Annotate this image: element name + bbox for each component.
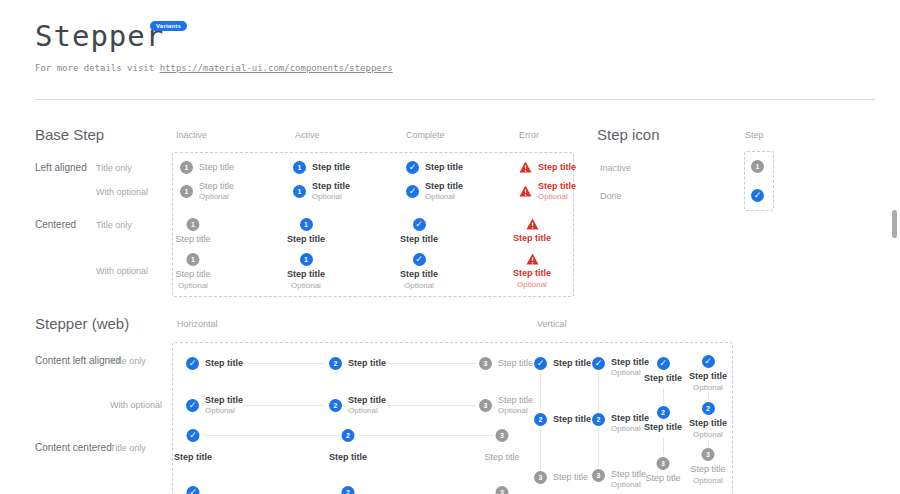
step-title: Step title: [174, 452, 212, 463]
step-icon-inactive: 1: [751, 160, 764, 173]
step-check-icon: ✓: [656, 357, 669, 370]
step-number-icon: 1: [187, 218, 200, 231]
step-title: Step title: [329, 452, 367, 463]
step-title: Step title: [312, 181, 350, 192]
step-title: Step title: [205, 395, 243, 406]
step-optional-label: Optional: [291, 281, 321, 291]
warning-icon: [525, 253, 538, 265]
step: 3: [496, 486, 509, 494]
step-title: Step title: [175, 269, 210, 280]
step: Step title: [519, 161, 576, 173]
step-number-icon: 2: [701, 402, 714, 415]
step-number-icon: 2: [342, 429, 355, 442]
step-connector: [540, 373, 541, 411]
step-title: Step title: [644, 373, 682, 384]
step-check-icon: ✓: [412, 253, 425, 266]
step-title: Step title: [199, 162, 234, 173]
step-title: Step title: [553, 358, 591, 369]
step-number-icon: 2: [329, 357, 342, 370]
step: Step title: [513, 218, 551, 244]
step: 3Step title: [479, 357, 533, 370]
step-connector: [388, 363, 476, 364]
step-number-icon: 2: [592, 413, 605, 426]
step-number-icon: 3: [702, 448, 715, 461]
step-number-icon: 3: [496, 429, 509, 442]
step: ✓Step titleOptional: [406, 181, 463, 202]
step-title: Step title: [498, 358, 533, 369]
step-number-icon: 3: [479, 357, 492, 370]
step: ✓Step title: [406, 161, 463, 174]
step-title: Step title: [689, 371, 727, 382]
step-number-icon: 2: [329, 399, 342, 412]
step-title: Step title: [348, 358, 386, 369]
step-number-icon: 3: [657, 457, 670, 470]
step-number-icon: 2: [656, 406, 669, 419]
step-title: Step title: [644, 422, 682, 433]
step: 2: [342, 429, 355, 442]
step: ✓Step titleOptional: [689, 355, 727, 393]
step-connector: [663, 438, 664, 455]
scrollbar-thumb[interactable]: [892, 210, 897, 238]
step-number-icon: 1: [751, 160, 764, 173]
step-optional-label: Optional: [178, 281, 208, 291]
step: ✓Step titleOptional: [400, 253, 438, 291]
step-title: Step title: [205, 358, 243, 369]
step-optional-label: Optional: [348, 406, 386, 416]
step-number-icon: 1: [187, 253, 200, 266]
step-title: Step title: [553, 414, 591, 425]
warning-icon: [525, 218, 538, 230]
step-check-icon: ✓: [186, 357, 199, 370]
step: Step titleOptional: [519, 181, 576, 202]
step: 2Step titleOptional: [689, 402, 727, 440]
step: 3: [496, 429, 509, 442]
step: 1Step titleOptional: [180, 181, 234, 202]
step: 1Step titleOptional: [175, 253, 210, 291]
step: 3Step title: [534, 471, 588, 484]
step: 1Step title: [293, 161, 350, 174]
step-optional-label: Optional: [693, 430, 723, 440]
step: ✓Step title: [644, 357, 682, 384]
step-connector: [358, 435, 493, 436]
step-title: Step title: [513, 268, 551, 279]
step-connector: [708, 393, 709, 400]
step-title: Step title: [498, 395, 533, 406]
step-check-icon: ✓: [186, 399, 199, 412]
step-title: Step title: [348, 395, 386, 406]
step-check-icon: ✓: [412, 218, 425, 231]
step: ✓Step titleOptional: [592, 357, 649, 378]
step-number-icon: 2: [342, 486, 355, 494]
step-optional-label: Optional: [205, 406, 243, 416]
step-number-icon: 1: [180, 185, 193, 198]
step: ✓Step titleOptional: [186, 395, 243, 416]
step-optional-label: Optional: [199, 192, 234, 202]
step-optional-label: Optional: [425, 192, 463, 202]
step-title: Step title: [287, 234, 325, 245]
step-optional-label: Optional: [312, 192, 350, 202]
step: ✓Step title: [400, 218, 438, 245]
step: Step titleOptional: [513, 253, 551, 290]
step-number-icon: 1: [293, 161, 306, 174]
step-title: Step title: [645, 473, 680, 484]
step: ✓: [187, 429, 200, 442]
step-connector: [708, 440, 709, 446]
step: 1Step title: [287, 218, 325, 245]
step: 3Step title: [645, 457, 680, 484]
step-title: Step title: [400, 269, 438, 280]
step-title: Step title: [611, 469, 646, 480]
step-number-icon: 2: [534, 413, 547, 426]
step-connector: [540, 429, 541, 469]
step: 3Step titleOptional: [592, 469, 646, 490]
step-number-icon: 1: [299, 253, 312, 266]
step-check-icon: ✓: [701, 355, 714, 368]
step: 3Step titleOptional: [690, 448, 725, 486]
step-connector: [388, 405, 476, 406]
step-number-icon: 3: [534, 471, 547, 484]
step-title: Step title: [689, 418, 727, 429]
step-connector: [663, 389, 664, 404]
step-connector: [203, 435, 339, 436]
step-optional-label: Optional: [693, 476, 723, 486]
step-optional-label: Optional: [693, 383, 723, 393]
step-number-icon: 3: [592, 469, 605, 482]
step-connector: [598, 429, 599, 467]
warning-icon: [519, 161, 532, 173]
